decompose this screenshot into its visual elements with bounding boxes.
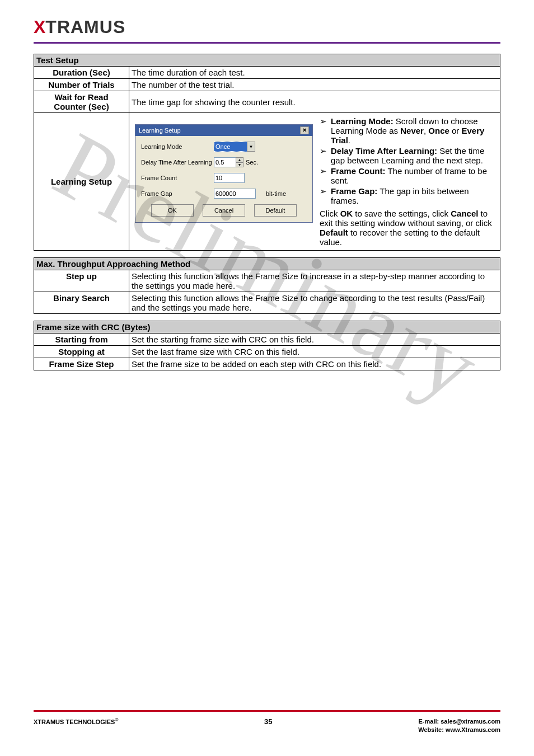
desc-count: Frame Count: The number of frame to be s… <box>320 166 494 185</box>
desc-delay: Delay Time After Learning: Set the time … <box>320 146 494 165</box>
close-icon[interactable]: ✕ <box>300 126 309 134</box>
count-label: Frame Count <box>141 175 214 181</box>
step-label: Frame Size Step <box>34 358 129 370</box>
count-input[interactable]: 10 <box>214 173 245 183</box>
stepup-label: Step up <box>34 270 129 292</box>
mode-select[interactable]: Once <box>214 142 247 152</box>
dropdown-icon[interactable]: ▼ <box>247 142 255 152</box>
dialog-titlebar: Learning Setup ✕ <box>135 125 312 136</box>
desc-buttons: Click OK to save the settings, click Can… <box>320 209 494 247</box>
frame-size-table: Frame size with CRC (Bytes) Starting fro… <box>34 321 500 370</box>
delay-input[interactable]: 0.5 <box>214 157 236 167</box>
stop-label: Stopping at <box>34 346 129 358</box>
footer-company: XTRAMUS TECHNOLOGIES© <box>34 717 118 725</box>
desc-gap: Frame Gap: The gap in bits between frame… <box>320 186 494 205</box>
gap-label: Frame Gap <box>141 190 214 197</box>
stepup-desc: Selecting this function allows the Frame… <box>129 270 500 292</box>
cancel-button[interactable]: Cancel <box>203 204 245 217</box>
delay-unit: Sec. <box>246 159 258 166</box>
delay-spinner[interactable]: ▲▼ <box>236 157 243 167</box>
footer-divider <box>34 710 500 712</box>
duration-desc: The time duration of each test. <box>129 67 500 79</box>
learning-setup-dialog: Learning Setup ✕ Learning Mode Once ▼ <box>135 124 313 223</box>
wait-desc: The time gap for showing the counter res… <box>129 91 500 113</box>
page-number: 35 <box>264 717 272 726</box>
learning-desc: Learning Mode: Scroll down to choose Lea… <box>316 114 498 249</box>
gap-input[interactable]: 600000 <box>214 189 256 199</box>
ok-button[interactable]: OK <box>151 204 194 217</box>
learning-cell: Learning Setup ✕ Learning Mode Once ▼ <box>129 113 500 251</box>
wait-label-1: Wait for Read <box>36 92 127 102</box>
wait-label: Wait for Read Counter (Sec) <box>34 91 129 113</box>
frame-size-header: Frame size with CRC (Bytes) <box>34 321 500 334</box>
duration-label: Duration (Sec) <box>34 67 129 79</box>
step-desc: Set the frame size to be added on each s… <box>129 358 500 370</box>
delay-label: Delay Time After Learning <box>141 159 214 166</box>
trials-label: Number of Trials <box>34 79 129 91</box>
default-button[interactable]: Default <box>254 204 297 217</box>
start-label: Starting from <box>34 334 129 346</box>
start-desc: Set the starting frame size with CRC on … <box>129 334 500 346</box>
header-divider <box>34 42 500 44</box>
learning-label: Learning Setup <box>34 113 129 251</box>
desc-mode: Learning Mode: Scroll down to choose Lea… <box>320 116 494 145</box>
wait-label-2: Counter (Sec) <box>36 102 127 111</box>
binary-desc: Selecting this function allows the Frame… <box>129 292 500 314</box>
test-setup-table: Test Setup Duration (Sec) The time durat… <box>34 54 500 251</box>
binary-label: Binary Search <box>34 292 129 314</box>
test-setup-header: Test Setup <box>34 54 500 67</box>
page-footer: XTRAMUS TECHNOLOGIES© 35 E-mail: sales@x… <box>34 710 500 734</box>
logo-rest: TRAMUS <box>45 17 125 37</box>
brand-logo: XTRAMUS <box>34 17 500 37</box>
trials-desc: The number of the test trial. <box>129 79 500 91</box>
dialog-title: Learning Setup <box>139 127 181 134</box>
footer-contact: E-mail: sales@xtramus.com Website: www.X… <box>418 717 500 734</box>
mode-label: Learning Mode <box>141 143 214 150</box>
logo-x: X <box>34 17 45 37</box>
max-method-header: Max. Throughput Approaching Method <box>34 258 500 270</box>
max-method-table: Max. Throughput Approaching Method Step … <box>34 257 500 314</box>
gap-unit: bit-time <box>266 190 286 197</box>
stop-desc: Set the last frame size with CRC on this… <box>129 346 500 358</box>
